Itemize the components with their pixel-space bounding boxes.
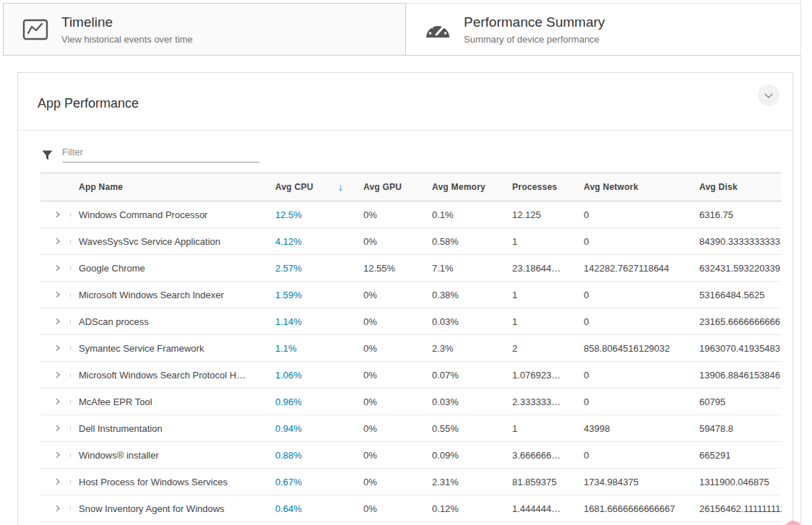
avg-cpu-link[interactable]: 0.94% (275, 423, 302, 434)
avg-cpu-link[interactable]: 1.14% (275, 316, 302, 327)
avg-cpu-link[interactable]: 0.64% (275, 503, 302, 514)
filter-row (18, 131, 792, 172)
avg-memory-cell: 0.07% (423, 370, 504, 381)
row-expand-chevron-icon[interactable] (51, 399, 59, 404)
row-expand-chevron-icon[interactable] (51, 212, 59, 217)
avg-gpu-cell: 0% (355, 477, 423, 487)
table-row: Google Chrome 2.57% 12.55% 7.1% 23.18644… (40, 255, 782, 282)
app-name-cell: ADScan process (70, 316, 267, 327)
row-expand-chevron-icon[interactable] (51, 318, 59, 324)
avg-disk-cell: 60795 (691, 396, 782, 407)
table-row: Dell Instrumentation 0.94% 0% 0.55% 1 43… (40, 415, 782, 442)
avg-cpu-link[interactable]: 0.67% (275, 477, 302, 487)
tab-timeline[interactable]: Timeline View historical events over tim… (3, 3, 406, 56)
avg-network-cell: 43998 (575, 423, 691, 434)
table-row: McAfee EPR Tool 0.96% 0% 0.03% 2.333333…… (40, 389, 782, 415)
avg-disk-cell: 84390.3333333333 (691, 236, 782, 247)
processes-cell: 1 (504, 316, 575, 327)
avg-gpu-cell: 0% (355, 290, 423, 300)
avg-memory-cell: 7.1% (423, 263, 504, 274)
app-name-cell: Symantec Service Framework (70, 343, 267, 354)
table-row: Snow Inventory Agent for Windows 0.64% 0… (40, 495, 782, 522)
row-expand-chevron-icon[interactable] (51, 345, 59, 351)
processes-cell: 1 (504, 423, 575, 434)
sort-descending-icon[interactable]: ↓ (338, 181, 343, 193)
app-name-cell: WavesSysSvc Service Application (70, 236, 267, 247)
processes-cell: 1.444444… (504, 503, 575, 514)
table-row: Host Process for Windows Services 0.67% … (40, 469, 782, 495)
app-name-cell: Dell Instrumentation (70, 423, 267, 434)
row-expand-chevron-icon[interactable] (51, 372, 59, 378)
avg-memory-cell: 0.58% (423, 236, 504, 247)
app-name-cell: Microsoft Windows Search Indexer (70, 290, 267, 300)
avg-cpu-link[interactable]: 2.57% (275, 263, 302, 274)
app-name-cell: Windows Command Processor (70, 209, 267, 220)
avg-network-cell: 1681.6666666666667 (575, 503, 691, 514)
table-scroll-area[interactable]: App Name Avg CPU ↓ Avg GPU Avg Memory Pr… (40, 173, 782, 525)
row-expand-chevron-icon[interactable] (51, 506, 59, 511)
header-avg-network[interactable]: Avg Network (575, 182, 691, 192)
app-name-cell: Google Chrome (70, 263, 267, 274)
processes-cell: 81.859375 (504, 477, 575, 487)
header-avg-disk[interactable]: Avg Disk (691, 182, 782, 192)
row-expand-chevron-icon[interactable] (51, 425, 59, 431)
tab-performance-summary[interactable]: Performance Summary Summary of device pe… (406, 3, 800, 56)
table-row: Symantec Service Framework 1.1% 0% 2.3% … (40, 335, 782, 362)
avg-disk-cell: 59478.8 (691, 423, 782, 434)
app-name-cell: Microsoft Windows Search Protocol H… (70, 370, 267, 381)
tab-timeline-title: Timeline (61, 14, 193, 30)
avg-disk-cell: 1963070.41935483 (691, 343, 782, 354)
row-expand-chevron-icon[interactable] (51, 452, 59, 458)
avg-network-cell: 0 (575, 209, 691, 220)
row-expand-chevron-icon[interactable] (51, 292, 59, 298)
avg-cpu-link[interactable]: 4.12% (275, 236, 302, 247)
avg-network-cell: 0 (575, 396, 691, 407)
filter-input[interactable] (62, 142, 259, 162)
processes-cell: 2.333333… (504, 396, 575, 407)
table-row: Microsoft Windows Search Protocol H… 1.0… (40, 362, 782, 389)
table-row: Windows Command Processor 12.5% 0% 0.1% … (40, 201, 782, 228)
avg-memory-cell: 2.3% (423, 343, 504, 354)
header-app-name[interactable]: App Name (70, 182, 267, 192)
avg-cpu-link[interactable]: 1.1% (275, 343, 297, 354)
app-performance-table: App Name Avg CPU ↓ Avg GPU Avg Memory Pr… (40, 173, 782, 522)
avg-gpu-cell: 0% (355, 343, 423, 354)
app-name-cell: McAfee EPR Tool (70, 396, 267, 407)
header-processes[interactable]: Processes (504, 182, 575, 192)
avg-disk-cell: 23165.6666666666 (691, 316, 782, 327)
avg-disk-cell: 26156462.111111112 (691, 503, 782, 514)
avg-cpu-link[interactable]: 1.06% (275, 370, 302, 381)
app-performance-panel: App Performance App Name (17, 72, 793, 525)
row-expand-chevron-icon[interactable] (51, 265, 59, 271)
header-avg-gpu[interactable]: Avg GPU (355, 182, 423, 192)
table-row: WavesSysSvc Service Application 4.12% 0%… (40, 228, 782, 255)
avg-network-cell: 0 (575, 450, 691, 461)
avg-disk-cell: 6316.75 (691, 209, 782, 220)
avg-cpu-link[interactable]: 12.5% (275, 209, 302, 220)
table-row: ADScan process 1.14% 0% 0.03% 1 0 23165.… (40, 308, 782, 335)
avg-gpu-cell: 0% (355, 450, 423, 461)
avg-disk-cell: 53166484.5625 (691, 290, 782, 300)
avg-disk-cell: 1311900.046875 (691, 477, 782, 487)
header-avg-memory[interactable]: Avg Memory (423, 182, 504, 192)
timeline-chart-icon (21, 15, 50, 44)
avg-gpu-cell: 0% (355, 396, 423, 407)
avg-network-cell: 0 (575, 370, 691, 381)
row-expand-chevron-icon[interactable] (51, 479, 59, 485)
collapse-panel-button[interactable] (758, 84, 779, 106)
row-expand-chevron-icon[interactable] (51, 238, 59, 244)
processes-cell: 1 (504, 236, 575, 247)
avg-network-cell: 0 (575, 316, 691, 327)
avg-gpu-cell: 0% (355, 503, 423, 514)
tab-perf-subtitle: Summary of device performance (464, 34, 605, 45)
avg-cpu-link[interactable]: 0.88% (275, 450, 302, 461)
tab-perf-title: Performance Summary (464, 14, 605, 30)
app-name-cell: Windows® installer (70, 450, 267, 461)
avg-cpu-link[interactable]: 1.59% (275, 290, 302, 300)
processes-cell: 1 (504, 290, 575, 300)
filter-funnel-icon (42, 150, 53, 163)
header-avg-cpu[interactable]: Avg CPU ↓ (267, 182, 355, 192)
avg-cpu-link[interactable]: 0.96% (275, 396, 302, 407)
avg-memory-cell: 2.31% (423, 477, 504, 487)
avg-gpu-cell: 0% (355, 316, 423, 327)
